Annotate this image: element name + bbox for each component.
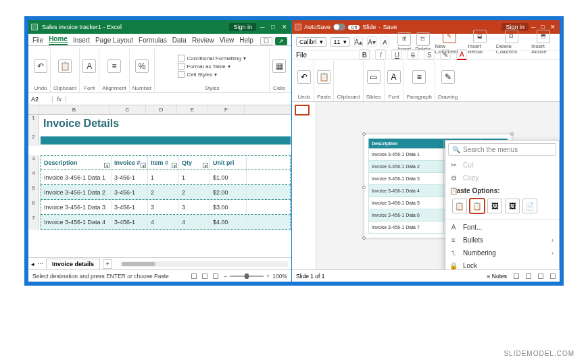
ppt-view-sorter-icon[interactable] <box>526 274 531 279</box>
highlight-icon[interactable]: ✎ <box>440 49 451 60</box>
paste-option-embed[interactable]: 🖼 <box>487 199 502 213</box>
ppt-view-reading-icon[interactable] <box>538 274 543 279</box>
window-minimize-icon[interactable]: ─ <box>260 24 267 30</box>
paste-option-dest-theme[interactable]: 📋 <box>452 199 467 213</box>
view-pagelayout-icon[interactable] <box>202 274 207 279</box>
row-header-6[interactable]: 6 <box>28 200 39 215</box>
format-as-table[interactable]: Format as Table ▾ <box>178 63 245 70</box>
ctx-bullets[interactable]: ≡Bullets› <box>445 234 559 246</box>
paste-icon[interactable]: 📋 <box>317 70 330 84</box>
sheet-nav-prev-icon[interactable]: ◂ <box>31 261 34 267</box>
paste-options-icon: 📋 <box>449 187 458 195</box>
alignment-icon[interactable]: ≡ <box>107 59 121 73</box>
sheet-nav-ellipsis[interactable]: ⋯ <box>37 261 43 267</box>
row-header-2[interactable]: 2 <box>28 134 39 146</box>
window-maximize-icon[interactable]: □ <box>271 24 278 30</box>
sheet-tab-invoice[interactable]: Invoice details <box>46 259 100 269</box>
comments-button[interactable]: ☐ <box>260 37 272 45</box>
ctx-numbering[interactable]: ⒈Numbering› <box>445 246 559 259</box>
fx-icon[interactable]: fx <box>53 96 66 103</box>
view-normal-icon[interactable] <box>191 274 197 279</box>
select-all-corner[interactable] <box>28 105 39 114</box>
font-size-selector[interactable]: 11▾ <box>330 37 350 47</box>
paragraph-icon[interactable]: ≡ <box>412 70 426 84</box>
drawing-icon[interactable]: ✎ <box>441 70 455 84</box>
clear-format-icon[interactable]: A̸ <box>381 36 389 47</box>
conditional-formatting[interactable]: Conditional Formatting ▾ <box>178 55 245 61</box>
tab-data[interactable]: Data <box>172 35 187 45</box>
table-row[interactable]: Invoice 3-456-1 Data 13-456-111$1.00 <box>41 170 291 185</box>
ctx-lock[interactable]: 🔒Lock <box>445 259 559 269</box>
font-selector[interactable]: Calibri▾ <box>296 37 326 47</box>
underline-icon[interactable]: U <box>391 49 402 60</box>
autosave-toggle[interactable] <box>333 24 345 30</box>
name-box[interactable]: A2 <box>28 96 53 103</box>
ctx-font[interactable]: AFont... <box>445 221 559 234</box>
notes-button[interactable]: ≡ Notes <box>487 273 507 280</box>
italic-icon[interactable]: I <box>375 49 386 60</box>
col-header-b[interactable]: B <box>39 105 109 114</box>
zoom-value[interactable]: 100% <box>272 273 287 280</box>
slide-thumbnail-1[interactable] <box>295 105 310 115</box>
ppt-tab-file[interactable]: File <box>296 51 307 59</box>
add-sheet-button[interactable]: + <box>103 259 112 269</box>
row-header-3[interactable]: 3 <box>28 155 39 170</box>
tab-insert[interactable]: Insert <box>73 35 90 45</box>
col-header-f[interactable]: F <box>208 105 245 114</box>
shadow-icon[interactable]: S <box>424 49 435 60</box>
slide-counter: Slide 1 of 1 <box>296 273 325 280</box>
row-header-1[interactable]: 1 <box>28 115 39 134</box>
ppt-view-slideshow-icon[interactable] <box>550 274 556 279</box>
ppt-title: Slide <box>362 24 376 30</box>
excel-signin[interactable]: Sign in <box>229 23 256 31</box>
ctx-copy: ⧉Copy <box>445 172 559 184</box>
context-search-input[interactable]: 🔍 Search the menus <box>448 143 556 156</box>
filter-desc-icon[interactable]: ▾ <box>104 163 109 168</box>
tab-formulas[interactable]: Formulas <box>139 35 167 45</box>
font-icon[interactable]: A <box>82 59 96 73</box>
table-row[interactable]: Invoice 3-456-1 Data 23-456-122$2.00 <box>41 185 291 200</box>
zoom-slider[interactable] <box>230 276 264 277</box>
row-header-4[interactable]: 4 <box>28 170 39 185</box>
font-a-icon: A <box>449 224 458 232</box>
ppt-font-icon[interactable]: A <box>387 70 401 84</box>
ppt-view-normal-icon[interactable] <box>514 274 519 279</box>
fontcolor-icon[interactable]: A <box>456 49 467 60</box>
tab-review[interactable]: Review <box>192 35 214 45</box>
filter-item-icon[interactable]: ▾ <box>172 163 177 168</box>
slide-thumbnail-pane[interactable] <box>292 102 316 269</box>
row-header-5[interactable]: 5 <box>28 185 39 200</box>
paste-option-text-only[interactable]: 📄 <box>522 199 537 213</box>
row-header-7[interactable]: 7 <box>28 215 39 230</box>
col-header-e[interactable]: E <box>177 105 208 114</box>
table-row[interactable]: Invoice 3-456-1 Data 33-456-133$3.00 <box>41 200 291 215</box>
col-header-d[interactable]: D <box>146 105 177 114</box>
cell-styles[interactable]: Cell Styles ▾ <box>178 71 245 78</box>
share-button[interactable]: ↗ <box>275 37 287 45</box>
strike-icon[interactable]: S̶ <box>408 49 418 60</box>
ppt-undo-icon[interactable]: ↶ <box>297 70 311 84</box>
undo-icon[interactable]: ↶ <box>34 59 47 73</box>
cells-icon[interactable]: ▦ <box>272 59 286 73</box>
tab-home[interactable]: Home <box>49 34 68 45</box>
decrease-font-icon[interactable]: A▾ <box>367 36 376 47</box>
clipboard-icon[interactable]: 📋 <box>58 59 72 73</box>
view-pagebreak-icon[interactable] <box>213 274 218 279</box>
tab-pagelayout[interactable]: Page Layout <box>95 35 133 45</box>
window-close-icon[interactable]: ✕ <box>282 24 289 30</box>
tab-help[interactable]: Help <box>239 35 253 45</box>
filter-qty-icon[interactable]: ▾ <box>203 163 208 168</box>
col-header-c[interactable]: C <box>109 105 146 114</box>
table-row[interactable]: Invoice 3-456-1 Data 43-456-144$4.00 <box>41 215 291 230</box>
tab-view[interactable]: View <box>220 35 235 45</box>
paste-option-picture[interactable]: 🖼 <box>505 199 520 213</box>
bold-icon[interactable]: B <box>359 49 370 60</box>
ppt-save[interactable]: Save <box>383 24 397 30</box>
increase-font-icon[interactable]: A▴ <box>354 36 364 47</box>
tab-file[interactable]: File <box>32 35 43 45</box>
horizontal-scrollbar[interactable] <box>120 261 289 267</box>
filter-inv-icon[interactable]: ▾ <box>141 163 146 168</box>
slides-icon[interactable]: ▭ <box>367 70 381 84</box>
number-icon[interactable]: % <box>135 59 149 73</box>
paste-option-keep-source[interactable]: 📋 <box>470 199 485 213</box>
